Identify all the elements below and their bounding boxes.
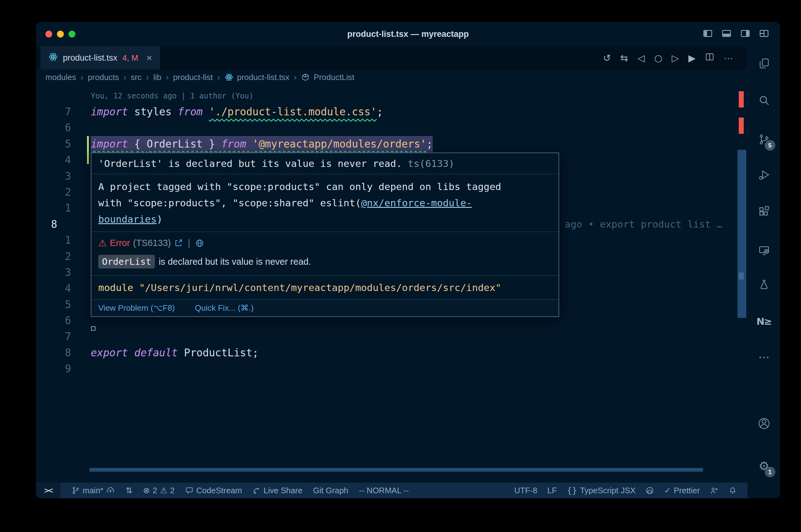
search-item[interactable] <box>755 92 773 109</box>
code-token: export <box>91 347 134 359</box>
activity-bar: 5 <box>747 46 780 498</box>
remote-indicator[interactable]: >< <box>36 482 60 498</box>
more-views-item[interactable]: ··· <box>755 349 773 366</box>
breadcrumb-item-symbol[interactable]: ProductList <box>313 73 354 82</box>
nx-console-item[interactable]: N≥ <box>755 312 773 330</box>
chevron-right-icon: › <box>217 72 221 82</box>
error-code: (TS6133) <box>133 238 171 248</box>
code-line[interactable]: 6 <box>36 120 737 136</box>
code-token: { <box>134 138 147 150</box>
tab-product-list[interactable]: product-list.tsx 4, M × <box>40 46 160 70</box>
github-item[interactable] <box>645 486 654 495</box>
diagnostic-text: 'OrderList' is declared but its value is… <box>98 158 408 169</box>
code-editor[interactable]: You, 12 seconds ago | 1 author (You) 7im… <box>36 85 747 482</box>
eslint-text: A project tagged with "scope:products" c… <box>98 181 501 192</box>
more-actions-icon[interactable]: ··· <box>724 53 733 63</box>
symbol-cube-icon <box>301 73 310 81</box>
compare-arrows-item[interactable]: ⇅ <box>126 486 132 495</box>
title-bar[interactable]: product-list.tsx — myreactapp <box>36 22 780 46</box>
breadcrumb-item-product-list[interactable]: product-list <box>173 73 213 82</box>
toggle-sidebar-left-icon[interactable] <box>703 28 713 39</box>
gitlens-inline-blame: ago • export product list … <box>565 216 723 232</box>
open-external-icon[interactable] <box>174 239 183 248</box>
quick-fix-link[interactable]: Quick Fix... (⌘.) <box>195 303 254 313</box>
module-path: "/Users/juri/nrwl/content/myreactapp/mod… <box>139 282 501 293</box>
react-file-icon <box>225 73 233 81</box>
settings-badge: 1 <box>765 467 775 477</box>
chevron-right-icon: › <box>123 72 127 82</box>
next-change-icon[interactable]: ▷ <box>672 53 679 63</box>
settings-item[interactable]: ⚙ 1 <box>755 457 773 475</box>
testing-item[interactable] <box>755 276 773 293</box>
previous-change-icon[interactable]: ◁ <box>638 53 645 63</box>
run-debug-icon <box>758 169 770 180</box>
customize-layout-icon[interactable] <box>759 28 769 39</box>
extensions-item[interactable] <box>755 203 773 220</box>
problems-item[interactable]: ⊗ 2 ⚠ 2 <box>143 486 175 495</box>
explorer-item[interactable] <box>755 55 773 72</box>
overview-ruler[interactable] <box>737 85 747 482</box>
feedback-icon <box>710 486 718 495</box>
view-problem-link[interactable]: View Problem (⌥F8) <box>98 303 175 313</box>
tab-label: product-list.tsx <box>63 53 117 63</box>
vscode-window: product-list.tsx — myreactapp <box>36 22 780 498</box>
account-item[interactable] <box>755 415 773 432</box>
toggle-sidebar-right-icon[interactable] <box>740 28 751 39</box>
notifications-item[interactable] <box>728 486 737 495</box>
timeline-history-icon[interactable]: ↺ <box>603 53 611 63</box>
git-branch-item[interactable]: main* <box>72 486 115 495</box>
gitlens-blame-header[interactable]: You, 12 seconds ago | 1 author (You) <box>36 88 737 104</box>
code-line[interactable]: 7 <box>36 328 737 344</box>
breadcrumb-item-lib[interactable]: lib <box>153 73 161 82</box>
vertical-scrollbar-thumb[interactable] <box>738 150 746 318</box>
live-share-item[interactable]: Live Share <box>253 486 302 495</box>
remote-explorer-item[interactable] <box>755 242 773 260</box>
codestream-icon <box>185 486 193 494</box>
code-line[interactable]: 8export default ProductList; <box>36 345 737 361</box>
horizontal-scrollbar-thumb[interactable] <box>90 468 703 472</box>
codestream-item[interactable]: CodeStream <box>185 486 242 495</box>
chevron-right-icon: › <box>80 72 84 82</box>
run-debug-item[interactable] <box>755 166 773 184</box>
compare-changes-icon[interactable]: ⇆ <box>620 53 628 63</box>
popup-resize-handle[interactable] <box>91 326 95 331</box>
separator: | <box>188 238 190 248</box>
code-line[interactable]: 5import { OrderList } from '@myreactapp/… <box>36 136 737 152</box>
prettier-item[interactable]: ✓ Prettier <box>664 486 700 495</box>
git-graph-item[interactable]: Git Graph <box>313 486 349 495</box>
hover-error-row: ⚠ Error(TS6133) | <box>91 232 559 250</box>
current-change-icon[interactable]: ○ <box>654 53 662 63</box>
error-decoration <box>739 117 744 134</box>
language-mode-item[interactable]: {} TypeScript JSX <box>567 486 636 495</box>
feedback-item[interactable] <box>710 486 718 495</box>
vim-mode-item[interactable]: -- NORMAL -- <box>359 486 408 495</box>
encoding-item[interactable]: UTF-8 <box>514 486 538 495</box>
tab-close-icon[interactable]: × <box>146 52 152 64</box>
line-number: 9 <box>36 361 71 377</box>
split-editor-icon[interactable] <box>705 52 714 64</box>
toggle-panel-bottom-icon[interactable] <box>721 28 732 39</box>
symbol-chip: OrderList <box>98 255 155 268</box>
code-line[interactable]: 7import styles from './product-list.modu… <box>36 104 737 120</box>
git-modified-gutter-bar <box>87 136 89 164</box>
github-icon <box>645 486 654 495</box>
errors-count: 2 <box>153 486 157 495</box>
globe-icon[interactable] <box>195 239 204 248</box>
eol-item[interactable]: LF <box>547 486 557 495</box>
breadcrumb-item-modules[interactable]: modules <box>45 73 76 82</box>
breadcrumb-item-file[interactable]: product-list.tsx <box>237 73 290 82</box>
breadcrumb-item-products[interactable]: products <box>88 73 119 82</box>
eslint-rule-link[interactable]: @nx/enforce-module- <box>361 197 472 208</box>
run-file-icon[interactable]: ▶ <box>688 53 695 63</box>
status-bar-left: >< main* ⇅ <box>36 482 409 498</box>
error-label: Error <box>110 238 130 248</box>
source-control-item[interactable]: 5 <box>755 131 773 148</box>
code-token: ProductList <box>184 347 253 359</box>
line-number: 2 <box>36 184 71 200</box>
braces-icon: {} <box>567 486 577 495</box>
eslint-rule-link[interactable]: boundaries <box>98 213 157 225</box>
live-share-icon <box>253 486 261 494</box>
breadcrumb-item-src[interactable]: src <box>131 73 142 82</box>
remote-explorer-icon <box>758 245 770 256</box>
code-line[interactable]: 9 <box>36 361 737 377</box>
